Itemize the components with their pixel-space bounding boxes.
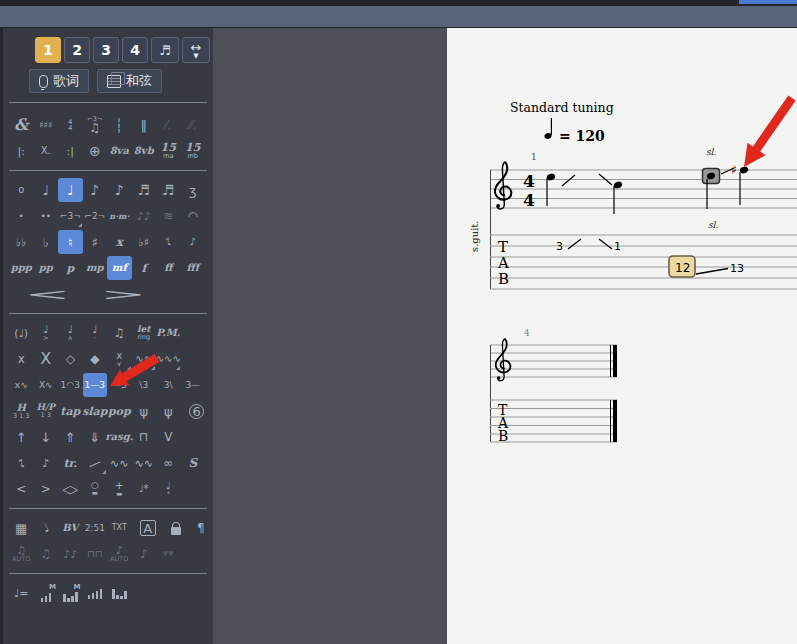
track-3-button[interactable]: 3 [93,37,119,63]
fifteenth-down-icon[interactable]: 15mb [181,139,206,163]
slap-icon[interactable]: slap [83,399,108,423]
dead-note-icon[interactable]: x [9,347,34,371]
beam-join-icon[interactable]: ♫ [34,542,59,566]
treble-clef-icon[interactable]: & [9,113,34,137]
palm-mute-icon[interactable]: P.M. [156,321,181,345]
levels-icon[interactable] [107,581,132,605]
natural-icon[interactable]: ♮ [58,230,83,254]
pinch-harmonic-icon[interactable]: ◆ [83,347,108,371]
quarter-rest-icon[interactable]: ʒ [181,178,206,202]
volume-ramp-icon[interactable] [83,581,108,605]
grace-on-beat-icon[interactable]: ♪ [34,451,59,475]
whole-note-icon[interactable]: o [9,178,34,202]
slide-in-above-icon[interactable]: \3 [132,373,157,397]
system2-tab-staff[interactable]: T A B [490,400,617,444]
quarter-note-icon[interactable]: ♩ [58,178,83,202]
small-crescendo-icon[interactable]: < [9,477,34,501]
double-dot-icon[interactable]: •• [34,204,59,228]
arpeggio-up-icon[interactable]: ⇑ [58,425,83,449]
sixth-string-icon[interactable]: 6 [189,404,204,419]
crescendo-icon[interactable]: < [9,282,85,306]
sixtyfourth-note-icon[interactable]: ♬ [156,178,181,202]
lock-icon[interactable] [164,516,189,540]
left-hand-icon[interactable]: ψ [132,399,157,423]
let-ring-icon[interactable]: letring [132,321,157,345]
f-icon[interactable]: f [132,256,157,280]
eighth-note-icon[interactable]: ♪ [83,178,108,202]
duration-display-icon[interactable]: 2:51 [83,516,108,540]
score-svg[interactable]: Standard tuning = 120 4 4 1 sl. [447,28,797,644]
octave-down-icon[interactable]: 8vb [132,139,157,163]
legato-slur-icon[interactable]: 1◠3 [58,373,83,397]
double-barline-icon[interactable]: ‖ [132,113,157,137]
grace-up-icon[interactable]: ♪ [181,230,206,254]
double-flat-icon[interactable]: ♭♭ [9,230,34,254]
tab-fret-13[interactable]: 13 [730,262,744,275]
ppp-icon[interactable]: ppp [9,256,34,280]
grace-before-beat-icon[interactable]: ♪ [9,451,34,475]
vibrato-icon[interactable]: ∿∿ [132,347,157,371]
slap-x-icon[interactable]: X [34,347,59,371]
bend-release-icon[interactable]: X∿ [34,373,59,397]
sharp-icon[interactable]: ♯ [83,230,108,254]
bv-icon[interactable]: BV [58,516,83,540]
heavy-accent-icon[interactable]: ♩ʌ [58,321,83,345]
rehearsal-mark-icon[interactable]: A [140,520,156,536]
trill-icon[interactable]: tr. [58,451,83,475]
let-ring-notes-icon[interactable]: ♫ [107,321,132,345]
tab-fret-1[interactable]: 1 [614,240,621,253]
bend-icon[interactable]: x∿ [9,373,34,397]
mp-icon[interactable]: mp [83,256,108,280]
right-hand-icon[interactable]: ψ [156,399,181,423]
upstroke-icon[interactable]: V [156,425,181,449]
beam-split-icon[interactable]: ♪♪ [58,542,83,566]
ff-icon[interactable]: ff [156,256,181,280]
strum-down-icon[interactable]: ↓ [34,425,59,449]
tie-icon[interactable]: ♪♪ [132,204,157,228]
accent-icon[interactable]: ♩> [34,321,59,345]
p-icon[interactable]: p [58,256,83,280]
stem-manual-icon[interactable]: ♪ [132,542,157,566]
brush-icon[interactable]: ≋ [156,204,181,228]
duplet-icon[interactable]: ⌐2¬ [83,204,108,228]
score-marker-button[interactable]: ♬ [151,37,179,63]
tuplet-group-icon[interactable]: ⌐3¬♫ [83,113,108,137]
chords-button[interactable]: 和弦 [97,69,162,93]
beam-group-icon[interactable]: ⊓⊓ [83,542,108,566]
sixteenth-note-icon[interactable]: ♪ [107,178,132,202]
turn-icon[interactable]: ∞ [156,451,181,475]
decrescendo-icon[interactable]: > [85,282,161,306]
mf-icon[interactable]: mf [107,256,132,280]
free-time-icon[interactable]: ┆ [107,113,132,137]
flat-sharp-icon[interactable]: ♭♯ [132,230,157,254]
tab-fret-12-highlighted[interactable]: 12 [669,256,695,277]
score-page[interactable]: Standard tuning = 120 4 4 1 sl. [447,28,797,644]
arpeggio-down-icon[interactable]: ⇓ [83,425,108,449]
staccato-icon[interactable]: ♩· [83,321,108,345]
slide-legato-icon[interactable]: 1—3 [83,373,108,397]
natural-harmonic-icon[interactable]: ◇ [58,347,83,371]
pilcrow-icon[interactable]: ¶ [189,516,214,540]
slash-note-icon[interactable]: ♩ [34,516,59,540]
system2-notation-staff[interactable]: 4 [490,328,617,442]
close-repeat-icon[interactable]: :| [58,139,83,163]
downstroke-icon[interactable]: ⊓ [132,425,157,449]
key-signature-icon[interactable]: ♯♯♯ [34,113,59,137]
half-note-icon[interactable]: ♩ [34,178,59,202]
track-1-button[interactable]: 1 [35,37,61,63]
wide-diamond-icon[interactable]: ◇ [58,477,83,501]
collapse-icon[interactable]: ▼▼ [156,542,181,566]
note-star-down-icon[interactable]: ♩* [156,477,181,501]
thirtysecond-note-icon[interactable]: ♬ [132,178,157,202]
nm-tuplet-icon[interactable]: n·m· [107,204,132,228]
coda-icon[interactable]: ⊕ [83,139,108,163]
tremolo-bar-icon[interactable]: ∿∿ [132,451,157,475]
fff-icon[interactable]: fff [181,256,206,280]
tempo-marker-icon[interactable]: ♩= [9,581,34,605]
tab-fret-3[interactable]: 3 [556,240,563,253]
mixer-master-icon[interactable]: M [58,581,83,605]
beam-auto-icon[interactable]: ♫AUTO [9,542,34,566]
heel-icon[interactable]: ○▬ [83,477,108,501]
dot-icon[interactable]: • [9,204,34,228]
slide-out-down-icon[interactable]: 3\ [156,373,181,397]
